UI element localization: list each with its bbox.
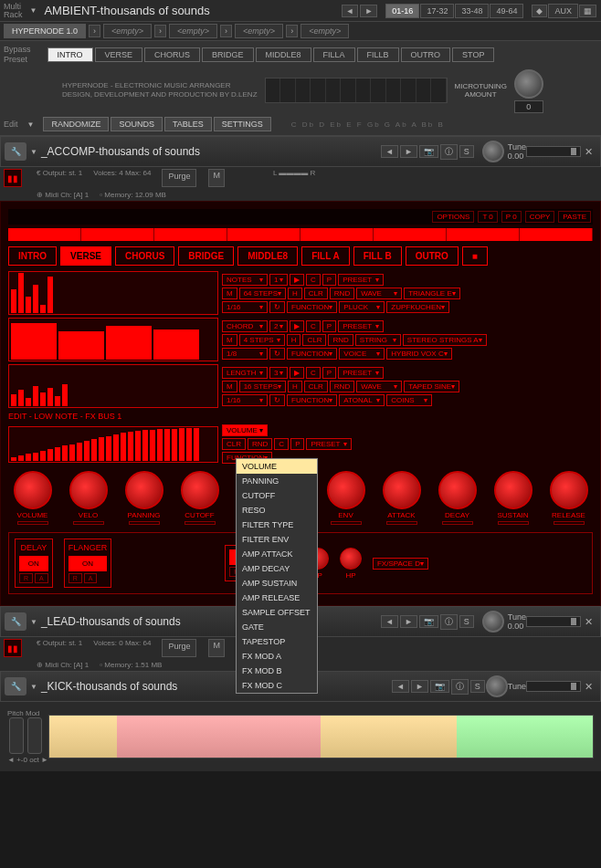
instrument-2-name[interactable]: _LEAD-thousands of sounds bbox=[37, 615, 380, 628]
red-outro[interactable]: OUTRO bbox=[406, 246, 459, 266]
red-chorus[interactable]: CHORUS bbox=[115, 246, 174, 266]
seq3-play-icon[interactable]: ▶ bbox=[290, 367, 304, 379]
edit-p[interactable]: P bbox=[290, 438, 304, 450]
attack-val[interactable] bbox=[386, 521, 417, 525]
stop-button[interactable]: STOP bbox=[452, 47, 494, 62]
seq1-div[interactable]: 1/16▾ bbox=[222, 301, 268, 313]
dd-volume[interactable]: VOLUME bbox=[237, 459, 317, 474]
dd-amp-sustain[interactable]: AMP SUSTAIN bbox=[237, 576, 317, 591]
sustain-val[interactable] bbox=[498, 521, 529, 525]
verse-button[interactable]: VERSE bbox=[95, 47, 143, 62]
dd-fxmod-b[interactable]: FX MOD B bbox=[237, 664, 317, 678]
velo-knob[interactable] bbox=[69, 471, 108, 509]
seq2-c[interactable]: C bbox=[306, 320, 321, 332]
seq1-steps[interactable]: 64 STEPS▾ bbox=[239, 288, 286, 299]
seq1-zupf[interactable]: ZUPFKUCHEN▾ bbox=[386, 301, 449, 313]
sustain-knob[interactable] bbox=[494, 471, 532, 509]
delay-on[interactable]: ON bbox=[19, 556, 48, 571]
chord-select[interactable]: CHORD▾ bbox=[222, 320, 268, 332]
dd-panning[interactable]: PANNING bbox=[237, 474, 317, 488]
purge-button[interactable]: Purge bbox=[162, 169, 196, 187]
dd-amp-decay[interactable]: AMP DECAY bbox=[237, 561, 317, 576]
seq3-h[interactable]: H bbox=[288, 381, 302, 392]
tab-nav-2[interactable]: › bbox=[154, 25, 166, 37]
red-stop-icon[interactable]: ■ bbox=[462, 246, 488, 266]
release-val[interactable] bbox=[554, 521, 585, 525]
tune-knob-3[interactable] bbox=[486, 675, 508, 697]
tab-empty-1[interactable]: <empty> bbox=[103, 24, 152, 38]
dd-gate[interactable]: GATE bbox=[237, 620, 317, 634]
fx-space-select[interactable]: FX/SPACE D▾ bbox=[373, 558, 428, 570]
dd-amp-release[interactable]: AMP RELEASE bbox=[237, 591, 317, 605]
prev-button[interactable]: ◄ bbox=[342, 5, 359, 17]
seq3-func[interactable]: FUNCTION▾ bbox=[287, 394, 337, 406]
page-17-32[interactable]: 17-32 bbox=[420, 4, 454, 18]
snapshot-icon-3[interactable]: 📷 bbox=[430, 680, 449, 693]
dd-reso[interactable]: RESO bbox=[237, 503, 317, 518]
pitch-wheel[interactable] bbox=[9, 717, 24, 754]
inst-next[interactable]: ► bbox=[400, 145, 417, 158]
instrument-3-name[interactable]: _KICK-thousands of sounds bbox=[37, 680, 391, 693]
page-01-16[interactable]: 01-16 bbox=[385, 4, 419, 18]
output-info-2[interactable]: € Output: st. 1 bbox=[37, 639, 82, 657]
seq3-rnd[interactable]: RND bbox=[330, 381, 354, 392]
seq1-loop-icon[interactable]: ↻ bbox=[269, 301, 285, 313]
instrument-1-name[interactable]: _ACCOMP-thousands of sounds bbox=[37, 145, 380, 158]
expand-icon-3[interactable]: ▼ bbox=[30, 683, 37, 691]
panning-knob[interactable] bbox=[125, 471, 163, 509]
info-icon-2[interactable]: ⓘ bbox=[440, 614, 458, 630]
red-verse[interactable]: VERSE bbox=[60, 246, 111, 266]
midi-info-2[interactable]: ⊕ Midi Ch: [A] 1 bbox=[37, 661, 89, 669]
length-select[interactable]: LENGTH▾ bbox=[222, 367, 268, 379]
info-icon-3[interactable]: ⓘ bbox=[451, 679, 469, 695]
amount-knob[interactable] bbox=[514, 69, 543, 99]
notes-select[interactable]: NOTES▾ bbox=[222, 274, 268, 286]
seq3-taped[interactable]: TAPED SINE▾ bbox=[404, 381, 459, 392]
wrench-icon-2[interactable]: 🔧 bbox=[5, 612, 26, 631]
solo-button-2[interactable]: S bbox=[459, 615, 474, 628]
preset-label[interactable]: Preset bbox=[4, 55, 31, 64]
close-instrument-2[interactable]: ✕ bbox=[581, 616, 596, 628]
volume-slider-1[interactable] bbox=[526, 146, 581, 157]
cutoff-knob[interactable] bbox=[181, 471, 219, 509]
piano-keyboard[interactable] bbox=[48, 715, 594, 758]
seq2-rnd[interactable]: RND bbox=[328, 334, 353, 346]
copy-btn[interactable]: COPY bbox=[525, 211, 555, 223]
edit-seq-display[interactable] bbox=[8, 426, 218, 463]
tune-knob-1[interactable] bbox=[482, 141, 504, 162]
seq-3-display[interactable] bbox=[8, 364, 218, 408]
seq2-clr[interactable]: CLR bbox=[302, 334, 326, 346]
oct-label[interactable]: ◄ +-0 oct ► bbox=[7, 756, 48, 764]
seq3-atonal[interactable]: ATONAL▾ bbox=[339, 394, 385, 406]
page-33-48[interactable]: 33-48 bbox=[455, 4, 489, 18]
mute-button-2[interactable]: M bbox=[208, 639, 225, 657]
solo-button-3[interactable]: S bbox=[470, 680, 485, 693]
panning-val[interactable] bbox=[129, 521, 160, 525]
expand-icon[interactable]: ▼ bbox=[30, 148, 37, 156]
tab-empty-4[interactable]: <empty> bbox=[300, 24, 349, 38]
decay-val[interactable] bbox=[442, 521, 473, 525]
red-middle8[interactable]: MIDDLE8 bbox=[237, 246, 298, 266]
outro-button[interactable]: OUTRO bbox=[401, 47, 451, 62]
edit-clr[interactable]: CLR bbox=[222, 438, 246, 450]
dd-cutoff[interactable]: CUTOFF bbox=[237, 488, 317, 503]
dd-amp-attack[interactable]: AMP ATTACK bbox=[237, 547, 317, 561]
tab-empty-2[interactable]: <empty> bbox=[169, 24, 217, 38]
bridge-button[interactable]: BRIDGE bbox=[202, 47, 254, 62]
dd-sample-offset[interactable]: SAMPLE OFFSET bbox=[237, 605, 317, 620]
dd-fxmod-a[interactable]: FX MOD A bbox=[237, 649, 317, 664]
aux-button[interactable]: AUX bbox=[548, 4, 578, 18]
tab-empty-3[interactable]: <empty> bbox=[235, 24, 283, 38]
seq3-wave[interactable]: WAVE▾ bbox=[356, 381, 402, 392]
tab-nav-4[interactable]: › bbox=[286, 25, 298, 37]
inst2-next[interactable]: ► bbox=[400, 615, 417, 628]
bypass-label[interactable]: Bypass bbox=[4, 45, 31, 54]
edit-preset[interactable]: PRESET▾ bbox=[306, 438, 352, 450]
seq2-h[interactable]: H bbox=[287, 334, 301, 346]
top-red-bar[interactable] bbox=[8, 228, 593, 241]
mod-wheel[interactable] bbox=[27, 717, 42, 754]
seq2-m[interactable]: M bbox=[222, 334, 237, 346]
seq2-preset[interactable]: PRESET▾ bbox=[338, 320, 384, 332]
volume-slider-2[interactable] bbox=[526, 616, 581, 627]
env-knob[interactable] bbox=[327, 471, 365, 509]
